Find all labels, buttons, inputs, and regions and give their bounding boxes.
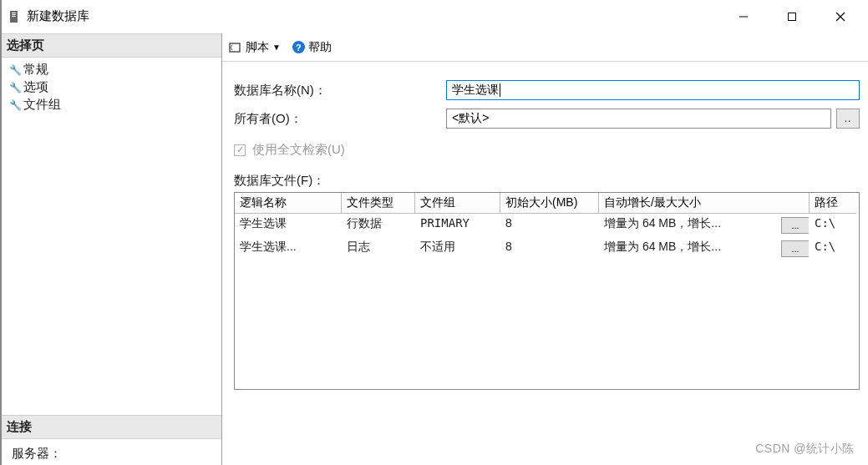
sidebar-item-label: 选项	[23, 79, 48, 95]
table-row[interactable]: 学生选课 行数据 PRIMARY 8 增量为 64 MB，增长... ... C…	[235, 214, 859, 237]
main-panel: 脚本 ▼ ? 帮助 数据库名称(N)： 学生选课 所有者(O)： .. ✓ 使用…	[222, 33, 868, 465]
cell-fgroup[interactable]: 不适用	[415, 237, 500, 260]
cell-logical[interactable]: 学生选课...	[235, 237, 342, 260]
svg-rect-8	[230, 43, 240, 52]
script-icon	[229, 42, 242, 53]
text-caret	[500, 83, 500, 97]
form-area: 数据库名称(N)： 学生选课 所有者(O)： .. ✓ 使用全文检索(U) 数据…	[222, 62, 868, 390]
wrench-icon: 🔧	[8, 82, 22, 94]
titlebar: 新建数据库	[2, 0, 868, 33]
select-page-header: 选择页	[2, 33, 221, 58]
watermark: CSDN @统计小陈	[755, 442, 855, 457]
owner-label: 所有者(O)：	[234, 111, 446, 127]
cell-logical[interactable]: 学生选课	[235, 214, 342, 237]
sidebar: 选择页 🔧常规 🔧选项 🔧文件组 连接 服务器：	[2, 33, 222, 465]
minimize-button[interactable]	[719, 0, 768, 33]
sidebar-item-filegroups[interactable]: 🔧文件组	[8, 96, 221, 114]
fulltext-checkbox-row: ✓ 使用全文检索(U)	[234, 142, 860, 158]
wrench-icon: 🔧	[8, 99, 22, 111]
cell-path[interactable]: C:\	[810, 214, 856, 237]
help-icon: ?	[292, 41, 305, 53]
connection-header: 连接	[2, 415, 221, 439]
cell-autogrow: 增量为 64 MB，增长...	[599, 214, 776, 237]
connection-body: 服务器：	[2, 439, 221, 465]
svg-rect-2	[12, 14, 16, 15]
col-initial-size[interactable]: 初始大小(MB)	[500, 193, 599, 214]
script-button[interactable]: 脚本 ▼	[227, 40, 287, 55]
db-name-input[interactable]: 学生选课	[446, 80, 860, 100]
col-autogrowth[interactable]: 自动增长/最大大小	[599, 193, 810, 214]
cell-ftype: 日志	[342, 237, 415, 260]
grid-header: 逻辑名称 文件类型 文件组 初始大小(MB) 自动增长/最大大小 路径	[235, 193, 859, 214]
cell-path[interactable]: C:\	[810, 237, 856, 260]
col-path[interactable]: 路径	[810, 193, 856, 214]
svg-rect-5	[789, 13, 796, 20]
window-title: 新建数据库	[27, 8, 89, 24]
cell-ftype: 行数据	[342, 214, 415, 237]
owner-browse-button[interactable]: ..	[836, 109, 860, 129]
app-icon	[8, 10, 22, 23]
help-label: 帮助	[308, 40, 332, 55]
fulltext-label: 使用全文检索(U)	[252, 142, 345, 158]
toolbar: 脚本 ▼ ? 帮助	[222, 33, 868, 62]
chevron-down-icon: ▼	[272, 43, 281, 52]
svg-rect-1	[12, 13, 16, 13]
nav-list: 🔧常规 🔧选项 🔧文件组	[2, 58, 221, 120]
col-filegroup[interactable]: 文件组	[415, 193, 500, 214]
close-button[interactable]	[816, 0, 865, 33]
autogrow-browse-button[interactable]: ...	[781, 240, 810, 257]
cell-autogrow: 增量为 64 MB，增长...	[599, 237, 776, 260]
wrench-icon: 🔧	[8, 64, 22, 76]
sidebar-item-label: 文件组	[23, 97, 61, 113]
cell-fgroup[interactable]: PRIMARY	[415, 214, 500, 237]
cell-autogrow-btn: ...	[776, 237, 810, 260]
autogrow-browse-button[interactable]: ...	[781, 217, 810, 234]
db-name-label: 数据库名称(N)：	[234, 83, 446, 99]
col-file-type[interactable]: 文件类型	[342, 193, 415, 214]
script-label: 脚本	[246, 40, 269, 55]
sidebar-item-label: 常规	[23, 62, 48, 78]
files-label: 数据库文件(F)：	[234, 173, 860, 189]
table-row[interactable]: 学生选课... 日志 不适用 8 增量为 64 MB，增长... ... C:\	[235, 237, 859, 260]
server-label: 服务器：	[12, 447, 62, 460]
fulltext-checkbox: ✓	[234, 144, 246, 156]
sidebar-item-options[interactable]: 🔧选项	[8, 78, 221, 96]
help-button[interactable]: ? 帮助	[291, 40, 333, 55]
cell-initsize[interactable]: 8	[500, 214, 599, 237]
window-controls	[719, 0, 865, 33]
svg-rect-3	[12, 16, 16, 17]
maximize-button[interactable]	[768, 0, 816, 33]
sidebar-item-general[interactable]: 🔧常规	[8, 61, 221, 78]
grid-body: 学生选课 行数据 PRIMARY 8 增量为 64 MB，增长... ... C…	[235, 214, 859, 389]
owner-input[interactable]	[446, 109, 831, 129]
files-grid[interactable]: 逻辑名称 文件类型 文件组 初始大小(MB) 自动增长/最大大小 路径 学生选课…	[234, 192, 860, 390]
col-logical-name[interactable]: 逻辑名称	[235, 193, 342, 214]
cell-initsize[interactable]: 8	[500, 237, 599, 260]
cell-autogrow-btn: ...	[776, 214, 810, 237]
